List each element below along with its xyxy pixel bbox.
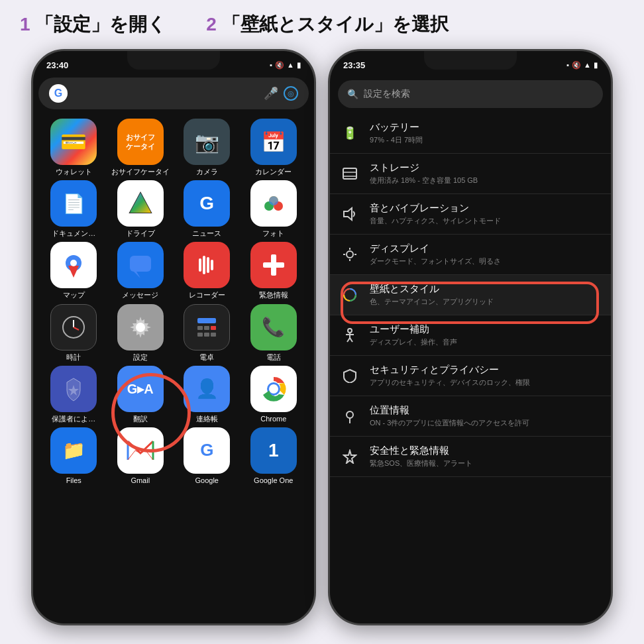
svg-rect-27: [211, 333, 216, 337]
app-googleone[interactable]: 1 Google One: [242, 427, 305, 485]
settings-display[interactable]: ディスプレイ ダークモード、フォントサイズ、明るさ: [330, 235, 611, 275]
svg-rect-23: [204, 326, 209, 330]
app-guardian[interactable]: 保護者によ…: [42, 366, 105, 423]
app-clock[interactable]: 時計: [42, 304, 105, 362]
app-drive[interactable]: ドライブ: [109, 180, 172, 238]
app-docs-label: ドキュメン…: [52, 229, 95, 238]
step1-text: 「設定」を開く: [35, 14, 166, 34]
app-grid: 💳 ウォレット おサイフケータイ おサイフケータイ 📷 カメラ 📅 カレンダー: [40, 119, 307, 485]
svg-rect-12: [203, 256, 205, 274]
settings-wallpaper[interactable]: 壁紙とスタイル 色、テーマアイコン、アプリグリッド: [330, 275, 611, 315]
app-chrome[interactable]: Chrome: [242, 366, 305, 423]
settings-security-sub: アプリのセキュリティ、デバイスのロック、権限: [370, 378, 600, 388]
app-google[interactable]: G Google: [176, 427, 239, 485]
settings-search-bar[interactable]: 🔍 設定を検索: [338, 80, 603, 108]
app-calc-label: 電卓: [199, 353, 214, 362]
app-files-label: Files: [66, 476, 81, 485]
app-guardian-label: 保護者によ…: [52, 415, 95, 423]
app-drive-label: ドライブ: [126, 229, 155, 238]
settings-sound-sub: 音量、ハプティクス、サイレントモード: [370, 216, 600, 226]
svg-rect-16: [263, 262, 284, 268]
app-chrome-label: Chrome: [260, 415, 286, 423]
app-pay-label: おサイフケータイ: [111, 168, 170, 176]
svg-rect-26: [204, 333, 209, 337]
settings-security[interactable]: セキュリティとプライバシー アプリのセキュリティ、デバイスのロック、権限: [330, 356, 611, 396]
rec-icon2: ▪: [566, 61, 569, 69]
wifi-icon2: ▲: [584, 61, 591, 69]
settings-display-title: ディスプレイ: [370, 242, 600, 255]
settings-sound[interactable]: 音とバイブレーション 音量、ハプティクス、サイレントモード: [330, 194, 611, 235]
svg-marker-52: [344, 451, 356, 463]
app-phone-label: 電話: [266, 353, 281, 362]
phone1-status-icons: ▪ 🔇 ▲ ▮: [270, 61, 301, 70]
svg-rect-25: [197, 333, 203, 337]
settings-storage-sub: 使用済み 18% - 空き容量 105 GB: [370, 176, 600, 186]
settings-location[interactable]: 位置情報 ON - 3件のアプリに位置情報へのアクセスを許可: [330, 396, 611, 437]
app-photos[interactable]: フォト: [242, 180, 305, 238]
step1-label: 1 「設定」を開く: [20, 12, 166, 37]
settings-location-sub: ON - 3件のアプリに位置情報へのアクセスを許可: [370, 418, 600, 428]
app-calendar[interactable]: 📅 カレンダー: [242, 119, 305, 176]
step2-text: 「壁紙とスタイル」を選択: [222, 14, 449, 34]
app-camera-label: カメラ: [196, 168, 218, 176]
settings-accessibility[interactable]: ユーザー補助 ディスプレイ、操作、音声: [330, 315, 611, 356]
app-pay[interactable]: おサイフケータイ おサイフケータイ: [109, 119, 172, 176]
settings-battery-sub: 97% - 4日 7時間: [370, 135, 600, 145]
settings-security-title: セキュリティとプライバシー: [370, 364, 600, 376]
step2-num: 2: [206, 14, 217, 34]
app-emergency[interactable]: 緊急情報: [242, 242, 305, 299]
settings-storage[interactable]: ストレージ 使用済み 18% - 空き容量 105 GB: [330, 154, 611, 194]
settings-wallpaper-title: 壁紙とスタイル: [370, 283, 600, 295]
app-wallet[interactable]: 💳 ウォレット: [42, 119, 105, 176]
app-settings[interactable]: 設定: [109, 304, 172, 362]
search-icon: 🔍: [347, 89, 358, 99]
settings-safety[interactable]: 安全性と緊急情報 緊急SOS、医療情報、アラート: [330, 437, 611, 477]
settings-safety-title: 安全性と緊急情報: [370, 445, 600, 457]
google-g-icon: G: [49, 84, 68, 103]
app-settings-label: 設定: [133, 353, 148, 362]
rec-icon: ▪: [270, 61, 272, 69]
settings-storage-title: ストレージ: [370, 162, 600, 174]
app-calc[interactable]: 電卓: [176, 304, 239, 362]
step2-label: 2 「壁紙とスタイル」を選択: [206, 12, 448, 37]
settings-battery[interactable]: 🔋 バッテリー 97% - 4日 7時間: [330, 113, 611, 154]
app-clock-label: 時計: [66, 353, 81, 362]
settings-sound-title: 音とバイブレーション: [370, 202, 600, 215]
security-icon: [341, 366, 359, 385]
phone1-notch: [127, 51, 220, 70]
mic-icon: 🎤: [264, 86, 278, 101]
app-maps-label: マップ: [63, 291, 85, 299]
svg-marker-1: [130, 193, 151, 213]
settings-location-title: 位置情報: [370, 404, 600, 417]
app-calendar-label: カレンダー: [255, 168, 292, 176]
app-translate[interactable]: G▸A 翻訳: [109, 366, 172, 423]
settings-accessibility-sub: ディスプレイ、操作、音声: [370, 337, 600, 347]
svg-point-8: [70, 260, 77, 266]
app-camera[interactable]: 📷 カメラ: [176, 119, 239, 176]
accessibility-icon: [341, 326, 359, 345]
header: 1 「設定」を開く 2 「壁紙とスタイル」を選択: [0, 0, 644, 44]
phone2-status-icons: ▪ 🔇 ▲ ▮: [566, 61, 598, 70]
svg-rect-13: [207, 257, 209, 273]
svg-point-5: [269, 196, 278, 205]
volume-icon2: 🔇: [572, 61, 581, 70]
phone2-screen: 23:35 ▪ 🔇 ▲ ▮ 🔍 設定を検索 🔋 バッテリー 97% - 4日 7…: [330, 51, 611, 623]
location-icon: [341, 407, 359, 425]
app-maps[interactable]: マップ: [42, 242, 105, 299]
app-recorder[interactable]: レコーダー: [176, 242, 239, 299]
phone1-screen: 23:40 ▪ 🔇 ▲ ▮ G 🎤 ◎: [33, 51, 314, 623]
app-docs[interactable]: 📄 ドキュメン…: [42, 180, 105, 238]
volume-icon: 🔇: [275, 61, 284, 70]
app-gmail[interactable]: Gmail: [109, 427, 172, 485]
app-files[interactable]: 📁 Files: [42, 427, 105, 485]
svg-rect-11: [199, 258, 201, 272]
app-contacts[interactable]: 👤 連絡帳: [176, 366, 239, 423]
app-phone[interactable]: 📞 電話: [242, 304, 305, 362]
battery-icon: ▮: [297, 61, 301, 70]
app-news[interactable]: G ニュース: [176, 180, 239, 238]
battery-settings-icon: 🔋: [341, 124, 359, 142]
app-messages[interactable]: メッセージ: [109, 242, 172, 299]
wifi-icon: ▲: [287, 61, 294, 69]
settings-wallpaper-sub: 色、テーマアイコン、アプリグリッド: [370, 297, 600, 307]
phone1-search-bar[interactable]: G 🎤 ◎: [38, 78, 309, 109]
